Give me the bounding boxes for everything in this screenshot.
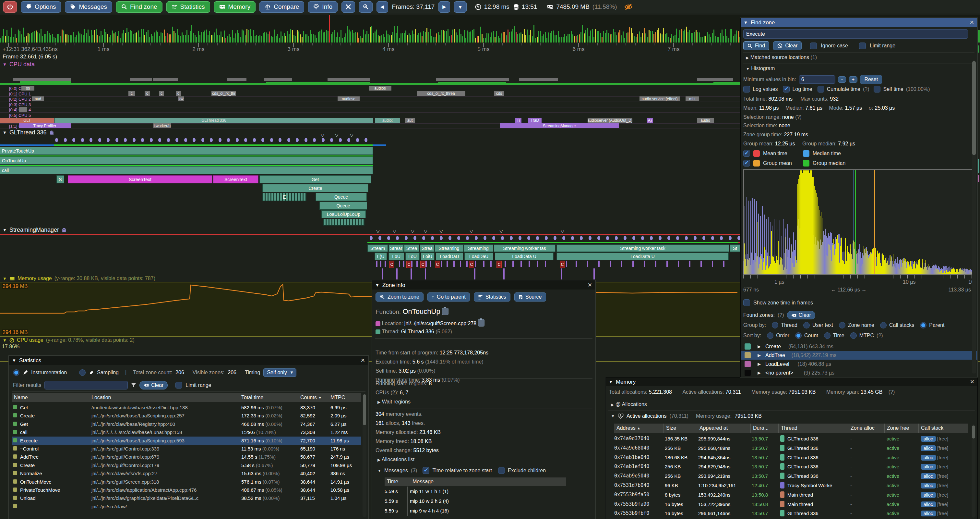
group-by-radio-user-text[interactable] [803, 322, 810, 329]
sample-dot[interactable] [244, 138, 247, 142]
group-by-radio-zone-name[interactable] [839, 322, 845, 329]
sample-dot[interactable] [387, 236, 390, 240]
cpu-timeline-fragment[interactable]: TraD [528, 118, 542, 123]
prev-frame-button[interactable]: ◀ [377, 1, 388, 13]
col-total-time[interactable]: Total time [239, 393, 298, 402]
frame-dropdown-button[interactable]: ▼ [454, 1, 467, 13]
col-appeared[interactable]: Appeared at [697, 423, 750, 433]
zone-bar-c[interactable]: C [560, 260, 565, 268]
source-button[interactable]: Source [514, 292, 546, 302]
frame-marker-icon[interactable]: ▽ [561, 228, 564, 234]
sample-dot[interactable] [270, 138, 273, 142]
timing-dropdown[interactable]: Self only [263, 368, 296, 377]
allocation-row[interactable]: 0x7531d7b04096 KB1:10 234,952,16112:40.7… [614, 481, 968, 490]
info-button[interactable]: Info [308, 1, 337, 13]
find-zone-scrollbar[interactable] [972, 61, 976, 374]
sample-dot[interactable] [261, 138, 264, 142]
cpu-timeline-fragment[interactable]: mi:t [686, 96, 699, 101]
zone-bar[interactable]: Get [259, 175, 371, 184]
sample-dot[interactable] [64, 138, 67, 142]
close-icon[interactable]: ✕ [970, 19, 974, 26]
cpu-timeline-fragment[interactable]: cds_ol_rx_threa [417, 91, 465, 96]
sample-dot[interactable] [650, 236, 653, 240]
power-button[interactable] [3, 1, 17, 13]
sample-dot[interactable] [370, 236, 372, 240]
cpu-timeline-fragment[interactable]: Tracy Profiler [19, 123, 71, 128]
active-allocations-row[interactable]: ▼ Active allocations (70,311) Memory usa… [611, 413, 762, 419]
options-button[interactable]: Options [21, 1, 61, 13]
sample-dot[interactable] [711, 236, 714, 240]
memory-button[interactable]: Memory [214, 1, 256, 13]
sample-dot[interactable] [339, 138, 342, 142]
cpu-timeline-fragment[interactable]: c [176, 91, 181, 96]
zone-bar[interactable]: Stream [368, 244, 388, 252]
message-row[interactable]: 5.59 smip 10 w 2 h 2 (4) [385, 496, 566, 506]
sample-dot[interactable] [737, 236, 740, 240]
zone-bar[interactable]: S [56, 175, 64, 184]
statistics-table-row[interactable]: ~Controljni/../jni/src/guif/Control.cpp:… [12, 445, 361, 453]
zone-bar[interactable]: Streaming [463, 244, 493, 252]
sample-dot[interactable] [527, 236, 530, 240]
sample-dot[interactable] [694, 236, 697, 240]
allocation-row[interactable]: 0x74a9d37040186.35 KB295,999,844ns13:50.… [614, 434, 968, 443]
zone-statistics-button[interactable]: Statistics [474, 292, 511, 302]
fz-limit-range-checkbox[interactable] [859, 43, 866, 50]
cpu-timeline-fragment[interactable]: aut [405, 118, 415, 123]
sample-dot[interactable] [107, 138, 110, 142]
alloc-callstack-button[interactable]: alloc [921, 492, 936, 498]
instrumentation-radio[interactable] [13, 369, 19, 376]
sample-dot[interactable] [150, 138, 153, 142]
go-to-parent-button[interactable]: ↑Go to parent [427, 292, 470, 302]
statistics-button[interactable]: Statistics [166, 1, 210, 13]
tools-button[interactable] [342, 1, 355, 13]
frame-marker-icon[interactable]: ▽ [393, 228, 396, 234]
statistics-scrollbar[interactable] [363, 394, 366, 517]
cpu-timeline-fragment[interactable]: kworker/u [153, 123, 171, 128]
allocation-row[interactable]: 0x74a9d68040256 KB295,668,489ns13:50.7GL… [614, 443, 968, 453]
eye-off-icon[interactable] [624, 3, 633, 10]
sample-dot[interactable] [659, 236, 662, 240]
statistics-table-row[interactable]: PrivateTouchMovejni/../jni/src/claw/appl… [12, 486, 361, 494]
zone-bar[interactable]: call [0, 166, 373, 174]
memory-scrollbar[interactable] [972, 424, 975, 518]
message-row[interactable]: 5.59 smip 11 w 1 h 1 (1) [385, 487, 566, 496]
frame-marker-icon[interactable]: ▽ [500, 228, 503, 234]
statistics-table-row[interactable]: Unloadjni/../jni/src/claw/graphics/pixel… [12, 494, 361, 502]
find-zone-histogram[interactable] [743, 169, 973, 275]
zone-bar-c[interactable]: C [469, 260, 474, 268]
cpu-timeline-fragment[interactable]: c [159, 91, 164, 96]
col-call-stack[interactable]: Call stack [918, 423, 968, 433]
frame-marker-icon[interactable]: ▽ [469, 228, 473, 234]
sample-dot[interactable] [449, 236, 452, 240]
bin-minus-button[interactable]: - [838, 76, 846, 83]
col-mtpc[interactable]: MTPC [328, 393, 361, 402]
zone-bar[interactable]: Create [262, 184, 368, 192]
messages-row[interactable]: ▼ Messages(3) Time relative to zone star… [377, 467, 546, 474]
cpu-timeline-fragment[interactable]: Ti [515, 118, 522, 123]
next-frame-button[interactable]: ▶ [438, 1, 450, 13]
allocation-row[interactable]: 0x74ab1be040186.68 KB294,645,364ns13:50.… [614, 453, 968, 462]
sample-dot[interactable] [519, 236, 522, 240]
zone-bar[interactable]: LoiU [421, 252, 434, 260]
messages-button[interactable]: Messages [65, 1, 112, 13]
sample-dot[interactable] [606, 236, 609, 240]
found-zone-group-row[interactable]: ▶<no parent>(9) 225.73 µs [741, 368, 977, 377]
wait-regions-row[interactable]: ▶ Wait regions [377, 399, 410, 405]
statistics-table-row[interactable]: calljni/../jni/../../../src/claw/base/Lu… [12, 428, 361, 436]
statistics-table-row[interactable]: Createjni/../jni/src/claw/base/LuaScript… [12, 412, 361, 420]
glthread-header[interactable]: ▼ GLThread 336 [3, 129, 54, 136]
memory-window-titlebar[interactable]: ▼ Memory ✕ [606, 377, 977, 386]
sample-dot[interactable] [624, 236, 627, 240]
sample-dot[interactable] [431, 236, 434, 240]
sample-dot[interactable] [330, 138, 333, 142]
sample-dot[interactable] [720, 236, 723, 240]
zone-bar[interactable]: LoadDaU [465, 252, 493, 260]
zone-bar[interactable]: E [262, 193, 307, 201]
self-time-checkbox[interactable] [873, 86, 880, 93]
alloc-callstack-button[interactable]: alloc [921, 511, 936, 516]
message-row[interactable]: 5.59 smip 9 w 4 h 4 (16) [385, 506, 566, 516]
sample-dot[interactable] [158, 138, 161, 142]
time-relative-checkbox[interactable] [423, 467, 430, 474]
alloc-callstack-button[interactable]: alloc [921, 473, 936, 479]
close-icon[interactable]: ✕ [588, 282, 592, 289]
